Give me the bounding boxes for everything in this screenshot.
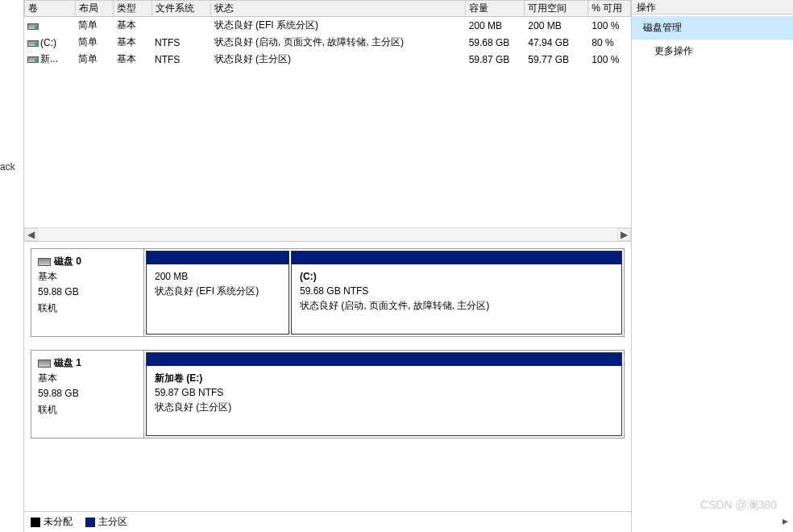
partition-header	[147, 251, 289, 264]
volume-table-header: 卷 布局 类型 文件系统 状态 容量 可用空间 % 可用	[24, 0, 631, 17]
col-type[interactable]: 类型	[114, 1, 152, 17]
disk-partitions: 200 MB状态良好 (EFI 系统分区)(C:)59.68 GB NTFS状态…	[144, 249, 624, 336]
col-status[interactable]: 状态	[211, 1, 466, 17]
volume-hscroll[interactable]: ◀ ▶	[24, 227, 631, 241]
partition[interactable]: 新加卷 (E:)59.87 GB NTFS状态良好 (主分区)	[146, 352, 622, 436]
disk-info: 磁盘 0基本59.88 GB联机	[31, 249, 144, 336]
volume-icon	[27, 23, 39, 30]
hscroll-track[interactable]	[38, 228, 617, 241]
disk-block[interactable]: 磁盘 1基本59.88 GB联机新加卷 (E:)59.87 GB NTFS状态良…	[31, 350, 625, 438]
actions-group-disk-management[interactable]: 磁盘管理	[632, 16, 793, 39]
disk-icon	[38, 258, 51, 266]
table-row[interactable]: 简单基本状态良好 (EFI 系统分区)200 MB200 MB100 %	[24, 17, 631, 34]
partition-header	[147, 353, 621, 366]
partition[interactable]: 200 MB状态良好 (EFI 系统分区)	[146, 251, 289, 335]
table-row[interactable]: (C:)简单基本NTFS状态良好 (启动, 页面文件, 故障转储, 主分区)59…	[24, 34, 631, 51]
disk-info: 磁盘 1基本59.88 GB联机	[31, 351, 144, 438]
volume-table-body: 简单基本状态良好 (EFI 系统分区)200 MB200 MB100 %(C:)…	[24, 17, 631, 68]
disk-block[interactable]: 磁盘 0基本59.88 GB联机200 MB状态良好 (EFI 系统分区)(C:…	[31, 248, 625, 337]
col-volume[interactable]: 卷	[25, 1, 76, 17]
disk-icon	[38, 360, 51, 368]
actions-header: 操作	[632, 0, 793, 15]
hscroll-left[interactable]: ◀	[24, 228, 38, 241]
partition-body: 新加卷 (E:)59.87 GB NTFS状态良好 (主分区)	[147, 366, 621, 435]
partition-body: 200 MB状态良好 (EFI 系统分区)	[147, 264, 289, 334]
volume-icon	[27, 40, 39, 47]
col-layout[interactable]: 布局	[76, 1, 114, 17]
partition-body: (C:)59.68 GB NTFS状态良好 (启动, 页面文件, 故障转储, 主…	[292, 264, 621, 334]
disk-partitions: 新加卷 (E:)59.87 GB NTFS状态良好 (主分区)	[144, 351, 624, 438]
hscroll-right[interactable]: ▶	[617, 228, 631, 241]
col-capacity[interactable]: 容量	[465, 1, 525, 17]
actions-panel: 操作 磁盘管理 更多操作 ▸	[632, 0, 793, 532]
legend-bar: 未分配 主分区	[24, 511, 631, 532]
col-filesystem[interactable]: 文件系统	[152, 1, 211, 17]
volume-icon	[27, 56, 39, 63]
col-pct-free[interactable]: % 可用	[588, 1, 631, 17]
legend-primary: 主分区	[85, 515, 127, 529]
main-panel: 卷 布局 类型 文件系统 状态 容量 可用空间 % 可用 简单基本状态良好	[24, 0, 632, 532]
legend-unallocated: 未分配	[31, 515, 73, 529]
table-row[interactable]: 新...简单基本NTFS状态良好 (主分区)59.87 GB59.77 GB10…	[24, 51, 631, 68]
partition-header	[292, 251, 621, 264]
partition[interactable]: (C:)59.68 GB NTFS状态良好 (启动, 页面文件, 故障转储, 主…	[291, 251, 622, 335]
actions-more[interactable]: 更多操作	[632, 39, 793, 63]
actions-more-icon: ▸	[783, 514, 788, 527]
left-fragment-text: ack	[0, 161, 15, 172]
volume-list-pane: 卷 布局 类型 文件系统 状态 容量 可用空间 % 可用 简单基本状态良好	[24, 0, 631, 242]
col-free[interactable]: 可用空间	[525, 1, 588, 17]
disk-graphical-pane: 磁盘 0基本59.88 GB联机200 MB状态良好 (EFI 系统分区)(C:…	[24, 242, 631, 511]
left-sidebar-fragment: ack	[0, 0, 24, 532]
